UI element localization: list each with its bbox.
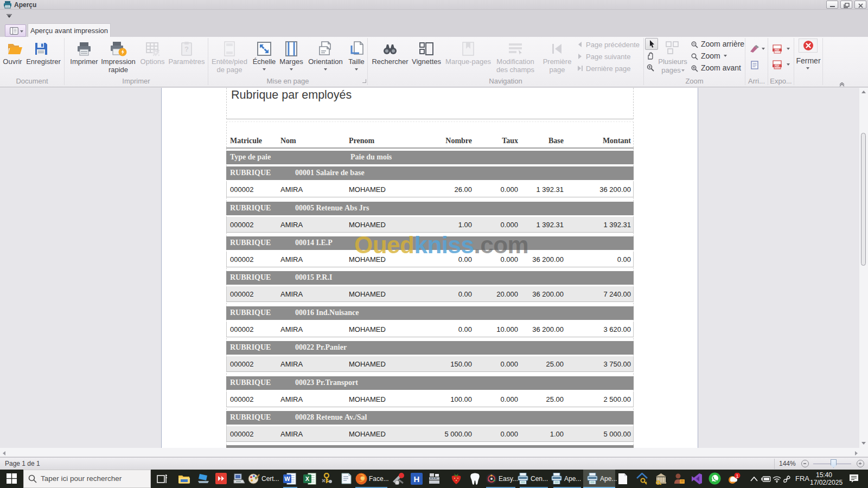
svg-text:?: ? [184, 45, 189, 53]
svg-text:PDF: PDF [775, 65, 780, 67]
svg-text:X: X [305, 476, 310, 482]
svg-text:W: W [284, 476, 290, 482]
svg-text:PDF: PDF [775, 49, 780, 52]
svg-text:H: H [414, 474, 420, 484]
svg-text:1: 1 [736, 473, 738, 479]
